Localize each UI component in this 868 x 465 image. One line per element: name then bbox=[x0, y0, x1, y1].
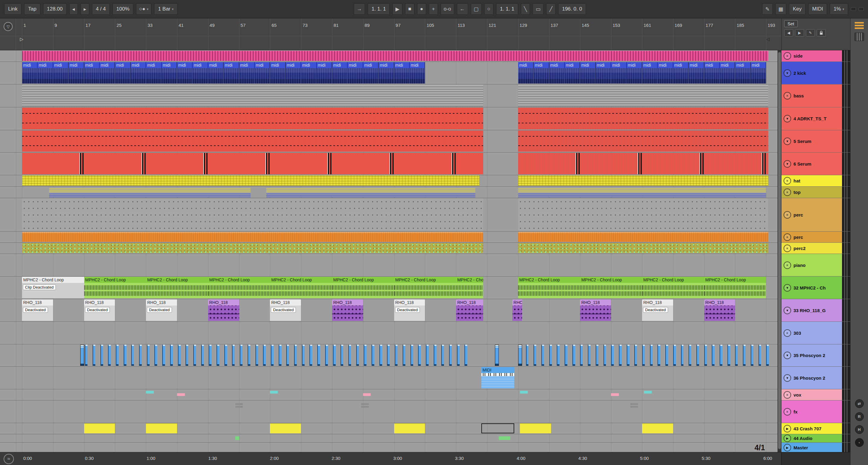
clip-rhoon[interactable]: RHO_118 bbox=[580, 300, 611, 321]
clip-kick[interactable]: midi bbox=[735, 62, 750, 84]
track-header-master[interactable]: ▶Master bbox=[781, 443, 842, 452]
clip-green[interactable] bbox=[235, 436, 239, 440]
punch-out-button[interactable]: ╱ bbox=[546, 3, 555, 15]
time-signature-marker[interactable]: 4/1 bbox=[754, 443, 765, 452]
metronome-button[interactable]: ○● ▾ bbox=[136, 3, 151, 15]
clip-redstripe[interactable] bbox=[518, 131, 768, 152]
track-header-44-audio[interactable]: ▶44 Audio bbox=[781, 434, 842, 442]
track-clip-icon[interactable]: ≡ bbox=[783, 391, 791, 399]
clip-rhooff[interactable]: RHO_118Deactivated bbox=[146, 300, 177, 321]
track-name[interactable]: hat bbox=[794, 178, 840, 183]
clip-kick[interactable]: midi bbox=[192, 62, 208, 84]
clip-selbox[interactable] bbox=[482, 423, 514, 433]
track-fold-icon[interactable]: ▼ bbox=[783, 307, 791, 314]
track-header-fx[interactable]: ≡fx bbox=[781, 400, 842, 423]
menu-icon[interactable] bbox=[855, 22, 864, 29]
clip-percdots[interactable] bbox=[22, 198, 483, 231]
clip-fxm[interactable] bbox=[235, 403, 243, 405]
clip-phos[interactable] bbox=[185, 345, 188, 366]
nudge-up-button[interactable]: ▸ bbox=[81, 3, 89, 15]
track-name[interactable]: 32 MPHC2 - Ch bbox=[794, 285, 840, 290]
track-fold-icon[interactable]: ▼ bbox=[783, 374, 791, 382]
clip-kick[interactable]: midi bbox=[254, 62, 270, 84]
nudge-down-button[interactable]: ◂ bbox=[69, 3, 78, 15]
track-fold-icon[interactable]: ▼ bbox=[783, 137, 791, 145]
clip-phos[interactable] bbox=[302, 345, 305, 366]
clip-phos[interactable] bbox=[526, 345, 529, 366]
arrangement-lane[interactable] bbox=[0, 389, 781, 400]
clip-mphc[interactable]: MPHC2 - Chord Loop bbox=[642, 277, 704, 298]
draw-mode-button[interactable]: ✎ bbox=[762, 3, 772, 15]
clip-crash[interactable] bbox=[520, 423, 551, 433]
clip-phosT[interactable] bbox=[518, 345, 522, 366]
tap-tempo-button[interactable]: Tap bbox=[24, 3, 40, 15]
track-clip-icon[interactable]: ≡ bbox=[783, 211, 791, 219]
clip-rednotch[interactable] bbox=[22, 153, 483, 174]
track-header-33-rho-118-g[interactable]: ▼33 RHO_118_G bbox=[781, 299, 842, 321]
clip-phos[interactable] bbox=[642, 345, 645, 366]
clip-kick[interactable]: midi bbox=[611, 62, 626, 84]
key-map-button[interactable]: Key bbox=[789, 3, 806, 15]
tempo-field[interactable]: 128.00 bbox=[43, 3, 67, 15]
clip-phos[interactable] bbox=[720, 345, 722, 366]
clip-phos[interactable] bbox=[634, 345, 637, 366]
track-fold-icon[interactable]: ▼ bbox=[783, 284, 791, 291]
quant-menu[interactable]: 1 Bar ▾ bbox=[154, 3, 177, 15]
clip-kick[interactable]: midi bbox=[409, 62, 425, 84]
track-clip-icon[interactable]: ≡ bbox=[783, 329, 791, 337]
clip-phos[interactable] bbox=[588, 345, 591, 366]
clip-mphc[interactable]: MPHC2 - Chord Loop bbox=[146, 277, 208, 298]
clip-kick[interactable]: midi bbox=[565, 62, 580, 84]
clip-phos[interactable] bbox=[379, 345, 382, 366]
clip-phos[interactable] bbox=[255, 345, 258, 366]
arrangement-lane[interactable]: 4/1 bbox=[0, 443, 781, 452]
badge-h[interactable]: H bbox=[855, 425, 864, 434]
back-to-arrangement-button[interactable]: ← bbox=[457, 3, 468, 15]
track-name[interactable]: 6 Serum bbox=[794, 161, 840, 166]
clip-kick[interactable]: midi bbox=[394, 62, 409, 84]
clip-phos[interactable] bbox=[418, 345, 421, 366]
clip-rhooff[interactable]: RHO_118Deactivated bbox=[394, 300, 425, 321]
clip-kick[interactable]: midi bbox=[533, 62, 549, 84]
clip-kick[interactable]: midi bbox=[317, 62, 332, 84]
clip-mphc[interactable]: MPHC2 - Chord Loop bbox=[332, 277, 394, 298]
clip-kick[interactable]: midi bbox=[131, 62, 146, 84]
set-button[interactable]: Set bbox=[784, 20, 798, 27]
clip-kick[interactable]: midi bbox=[751, 62, 766, 84]
track-play-icon[interactable]: ▶ bbox=[783, 444, 791, 452]
clip-mphc[interactable]: MPHC2 - Chord Loop bbox=[580, 277, 642, 298]
clip-phos[interactable] bbox=[170, 345, 173, 366]
arrangement-lane[interactable] bbox=[0, 243, 781, 254]
clip-rhooff[interactable]: RHO_118Deactivated bbox=[642, 300, 673, 321]
clip-mphc[interactable]: MPHC2 - Chord Loop bbox=[456, 277, 483, 298]
clip-mphcoff[interactable]: MPHC2 - Chord LoopClip Deactivated bbox=[22, 277, 84, 298]
overdub-button[interactable]: + bbox=[429, 3, 438, 15]
clip-top[interactable] bbox=[518, 187, 766, 197]
track-header-perc[interactable]: ≡perc bbox=[781, 231, 842, 243]
track-header-36-phoscyon-2[interactable]: ▼36 Phoscyon 2 bbox=[781, 367, 842, 389]
clip-phos[interactable] bbox=[294, 345, 297, 366]
track-header-vox[interactable]: ≡vox bbox=[781, 389, 842, 400]
punch-in-button[interactable]: ╲ bbox=[521, 3, 530, 15]
time-signature-field[interactable]: 4 / 4 bbox=[92, 3, 110, 15]
vertical-scrollbar[interactable] bbox=[777, 50, 781, 452]
clip-kick[interactable]: midi bbox=[596, 62, 611, 84]
clip-phos[interactable] bbox=[657, 345, 660, 366]
track-header-4-adrkt-ts-t[interactable]: ▼4 ADRKT_TS_T bbox=[781, 107, 842, 130]
clip-phos[interactable] bbox=[364, 345, 367, 366]
clip-kick[interactable]: midi bbox=[146, 62, 161, 84]
arrangement-lane[interactable]: RHO_118DeactivatedRHO_118DeactivatedRHO_… bbox=[0, 299, 781, 321]
clip-rhoon[interactable]: RHO_118 bbox=[456, 300, 483, 321]
clip-voxc[interactable] bbox=[270, 391, 278, 394]
clip-phos[interactable] bbox=[263, 345, 266, 366]
clip-phos[interactable] bbox=[154, 345, 157, 366]
clip-phos[interactable] bbox=[665, 345, 668, 366]
track-header-perc[interactable]: ≡perc bbox=[781, 198, 842, 231]
clip-phos[interactable] bbox=[193, 345, 196, 366]
clip-kick[interactable]: midi bbox=[286, 62, 301, 84]
clip-kick[interactable]: midi bbox=[580, 62, 595, 84]
computer-midi-keyboard-button[interactable]: ▦ bbox=[775, 3, 786, 15]
clip-phos[interactable] bbox=[457, 345, 460, 366]
clip-phos[interactable] bbox=[766, 345, 769, 366]
link-button[interactable]: Link bbox=[4, 3, 22, 15]
